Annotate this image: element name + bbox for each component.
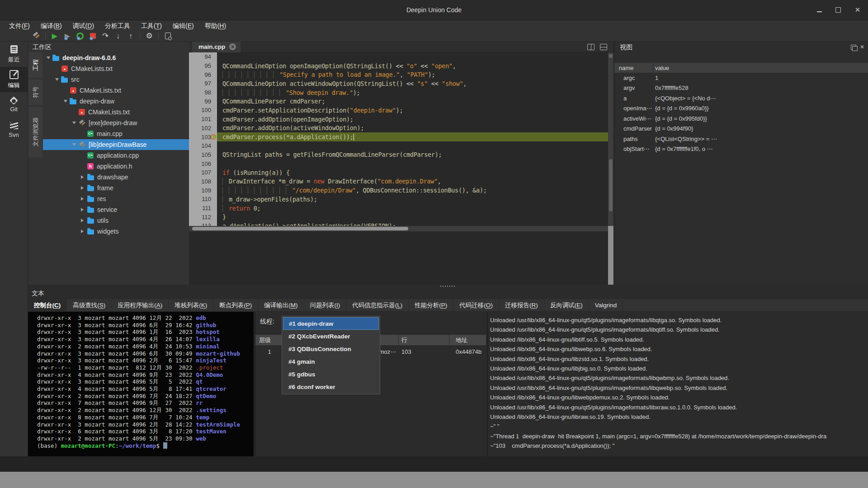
- thread-item-6[interactable]: #6 dconf worker: [283, 380, 379, 393]
- step-out-button[interactable]: [124, 31, 137, 41]
- step-over-button[interactable]: [99, 31, 112, 41]
- variable-row[interactable]: cmdParser{d = 0x994f90}: [614, 124, 868, 134]
- tree-item[interactable]: src: [43, 74, 189, 85]
- variable-row[interactable]: objStart⋯{d = 0x7fffffffe1f0, o ⋯: [614, 144, 868, 155]
- line-number-gutter[interactable]: 98: [189, 88, 217, 97]
- line-number-gutter[interactable]: 97: [189, 79, 217, 88]
- code-line[interactable]: 103cmdParser.process(*a.dApplication());: [189, 132, 608, 141]
- collapse-arrow-icon[interactable]: [64, 100, 67, 103]
- code-line[interactable]: 108DrawInterface *m_draw = new DrawInter…: [189, 177, 608, 186]
- expand-arrow-icon[interactable]: [81, 208, 84, 211]
- sidebar-item-git[interactable]: Git: [0, 92, 28, 117]
- scrollbar-thumb[interactable]: [609, 159, 613, 211]
- code-editor[interactable]: 9495QCommandLineOption openImageOption(Q…: [189, 52, 608, 226]
- tree-item[interactable]: CMakeLists.txt: [43, 85, 189, 96]
- sidebar-item-edit[interactable]: 编辑: [0, 67, 28, 92]
- bottom-tab-12[interactable]: 反向调试(E): [544, 299, 589, 311]
- bottom-tab-8[interactable]: 代码信息指示器(L): [346, 299, 409, 311]
- maximize-icon[interactable]: [835, 7, 841, 13]
- variable-row[interactable]: argc1: [614, 73, 868, 83]
- line-number-gutter[interactable]: 106: [189, 159, 217, 168]
- line-number-gutter[interactable]: 112: [189, 212, 217, 221]
- variable-row[interactable]: argv0x7fffffffe528: [614, 83, 868, 94]
- expand-arrow-icon[interactable]: [81, 219, 84, 222]
- tree-item[interactable]: res: [43, 193, 189, 204]
- bottom-tab-11[interactable]: 迁移报告(R): [499, 299, 544, 311]
- bottom-tab-6[interactable]: 编译输出(M): [258, 299, 304, 311]
- code-line[interactable]: 100cmdParser.setApplicationDescription("…: [189, 106, 608, 115]
- debug-stop-button[interactable]: [86, 31, 99, 41]
- line-number-gutter[interactable]: 99: [189, 97, 217, 106]
- expand-arrow-icon[interactable]: [81, 175, 84, 179]
- code-line[interactable]: 99QCommandLineParser cmdParser;: [189, 97, 608, 106]
- line-number-gutter[interactable]: 102: [189, 124, 217, 133]
- code-line[interactable]: 106: [189, 159, 608, 168]
- variable-row[interactable]: a{<QObject> = {<No d⋯: [614, 93, 868, 103]
- bottom-tab-10[interactable]: 代码迁移(O): [453, 299, 499, 311]
- line-number-gutter[interactable]: 96: [189, 70, 217, 79]
- terminal[interactable]: drwxr-xr-x 3 mozart mozart 4096 12月 22 2…: [28, 312, 254, 456]
- code-line[interactable]: 112}: [189, 212, 608, 221]
- expand-arrow-icon[interactable]: [81, 186, 84, 190]
- code-line[interactable]: 110m_draw->openFiles(paths);: [189, 195, 608, 204]
- code-line[interactable]: 98"Show deepin draw.");: [189, 88, 608, 97]
- tree-item[interactable]: frame: [43, 183, 189, 193]
- editor-tab-main-cpp[interactable]: main.cpp ✕: [192, 42, 241, 52]
- code-line[interactable]: 102cmdParser.addOption(activeWindowOptio…: [189, 124, 608, 133]
- menu-item-1[interactable]: 文件(F): [4, 20, 35, 31]
- tree-item[interactable]: service: [43, 204, 189, 215]
- thread-item-4[interactable]: #4 gmain: [283, 355, 379, 368]
- editor-vertical-scrollbar[interactable]: [608, 52, 613, 226]
- menu-item-3[interactable]: 调试(D): [67, 20, 99, 31]
- step-into-button[interactable]: [112, 31, 124, 41]
- code-line[interactable]: 94: [189, 52, 608, 61]
- bottom-tab-5[interactable]: 断点列表(P): [213, 299, 258, 311]
- menu-item-2[interactable]: 编译(B): [35, 20, 67, 31]
- code-line[interactable]: 111return 0;: [189, 204, 608, 213]
- variable-row[interactable]: activeWi⋯{d = {d = 0x995fd0}}: [614, 113, 868, 124]
- bottom-tab-9[interactable]: 性能分析(P): [409, 299, 453, 311]
- scrollbar-thumb[interactable]: [192, 227, 408, 230]
- undock-icon[interactable]: [851, 45, 856, 50]
- menu-item-4[interactable]: 分析工具: [99, 20, 136, 31]
- tree-item[interactable]: CMakeLists.txt: [43, 63, 189, 74]
- menu-item-5[interactable]: 工具(T): [136, 20, 167, 31]
- bottom-tab-2[interactable]: 高级查找(S): [67, 299, 112, 311]
- split-vertical-icon[interactable]: [587, 44, 594, 50]
- code-line[interactable]: 97QCommandLineOption activeWindowOption(…: [189, 79, 608, 88]
- menu-item-7[interactable]: 帮助(H): [199, 20, 231, 31]
- close-window-icon[interactable]: ✕: [854, 7, 861, 13]
- line-number-gutter[interactable]: 103: [189, 132, 217, 141]
- search-button[interactable]: [161, 31, 174, 41]
- editor-horizontal-scrollbar[interactable]: [189, 226, 608, 231]
- tree-item[interactable]: [exe]deepin-draw: [43, 117, 189, 128]
- tree-item[interactable]: utils: [43, 215, 189, 226]
- close-tab-icon[interactable]: ✕: [229, 43, 236, 50]
- line-number-gutter[interactable]: 111: [189, 204, 217, 213]
- tree-item[interactable]: [lib]deepinDrawBase: [43, 139, 189, 150]
- thread-item-3[interactable]: #3 QDBusConnection: [283, 343, 379, 355]
- line-number-gutter[interactable]: 100: [189, 106, 217, 115]
- tree-item[interactable]: drawshape: [43, 172, 189, 183]
- bottom-tab-1[interactable]: 控制台(C): [28, 299, 67, 311]
- tree-item[interactable]: deepin-draw-6.0.6: [43, 52, 189, 63]
- collapse-arrow-icon[interactable]: [72, 143, 76, 146]
- line-number-gutter[interactable]: 113: [189, 221, 217, 226]
- tree-item[interactable]: deepin-draw: [43, 96, 189, 107]
- collapse-arrow-icon[interactable]: [72, 122, 76, 124]
- settings-button[interactable]: [143, 31, 156, 41]
- collapse-arrow-icon[interactable]: [47, 56, 50, 59]
- thread-item-1[interactable]: #1 deepin-draw: [283, 317, 379, 330]
- bottom-tab-13[interactable]: Valgrind: [589, 299, 623, 311]
- bottom-tab-3[interactable]: 应用程序输出(A): [112, 299, 169, 311]
- thread-item-2[interactable]: #2 QXcbEventReader: [283, 330, 379, 343]
- close-panel-icon[interactable]: ✕: [860, 44, 864, 50]
- workspace-tab-3[interactable]: 文件浏览器: [28, 107, 42, 157]
- code-line[interactable]: 104: [189, 141, 608, 150]
- line-number-gutter[interactable]: 109: [189, 186, 217, 195]
- tree-item[interactable]: CMakeLists.txt: [43, 107, 189, 117]
- variable-row[interactable]: openIma⋯{d = {d = 0x9960a0}}: [614, 103, 868, 114]
- expand-arrow-icon[interactable]: [81, 230, 84, 233]
- code-line[interactable]: 105QStringList paths = getFilesFromQComm…: [189, 150, 608, 160]
- line-number-gutter[interactable]: 94: [189, 52, 217, 61]
